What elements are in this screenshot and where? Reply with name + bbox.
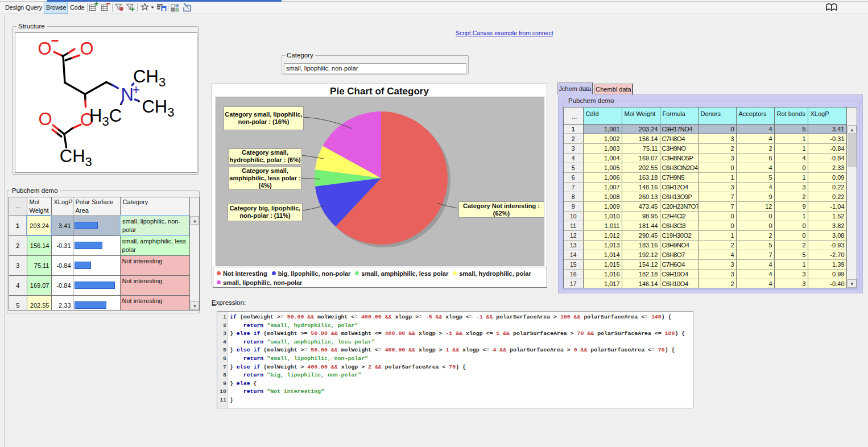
svg-text:O: O	[80, 39, 94, 59]
svg-text:CH3: CH3	[60, 146, 92, 169]
svg-text:H3C: H3C	[89, 106, 122, 129]
svg-text:O: O	[38, 39, 52, 59]
svg-text:CH3: CH3	[142, 97, 174, 119]
svg-text:O: O	[39, 109, 52, 129]
svg-text:CH3: CH3	[133, 67, 166, 89]
